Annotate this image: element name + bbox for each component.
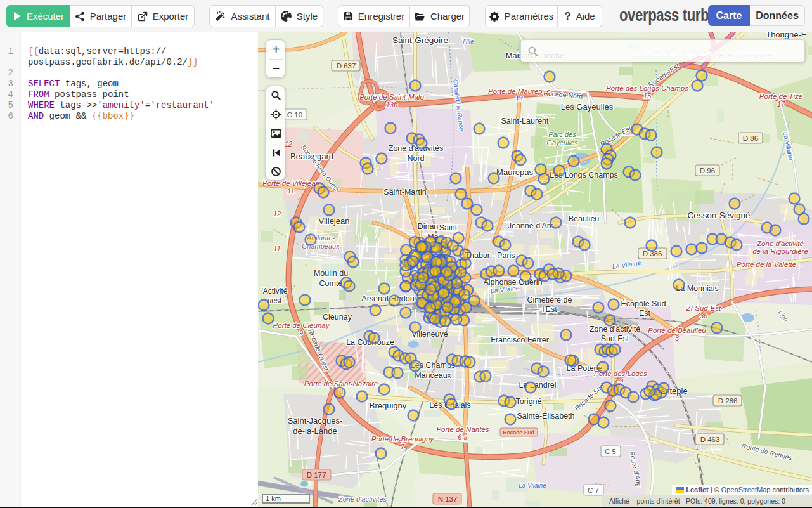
svg-text:Cimetière de: Cimetière de (527, 296, 572, 304)
svg-text:Zone d'activité: Zone d'activité (590, 325, 640, 334)
svg-text:D 177: D 177 (307, 471, 326, 479)
svg-text:Manceaux: Manceaux (415, 371, 451, 380)
svg-text:Porte de Nantes: Porte de Nantes (436, 426, 489, 433)
svg-text:Sainte-Élisabeth: Sainte-Élisabeth (517, 411, 574, 420)
svg-text:D 86: D 86 (743, 134, 758, 142)
svg-text:C 10: C 10 (287, 111, 302, 119)
svg-text:Villejean: Villejean (319, 216, 350, 226)
svg-text:Dinan: Dinan (418, 222, 439, 231)
svg-text:13b: 13b (386, 101, 397, 108)
svg-text:de-la-Lande: de-la-Lande (293, 426, 337, 436)
svg-text:Porte de Saint-Nazaire: Porte de Saint-Nazaire (304, 380, 378, 388)
svg-text:La Vilaine: La Vilaine (519, 482, 546, 489)
svg-text:Zone d'activité: Zone d'activité (756, 240, 804, 247)
svg-text:Porte de Bréquigny: Porte de Bréquigny (371, 435, 435, 443)
svg-text:Porte de la Valette: Porte de la Valette (737, 261, 796, 268)
svg-text:Saint: Saint (439, 223, 458, 232)
svg-text:Nord: Nord (407, 154, 424, 163)
svg-text:C 5: C 5 (605, 448, 616, 455)
svg-text:Saint-Jacques-: Saint-Jacques- (288, 416, 343, 426)
svg-text:l'Ille: l'Ille (463, 38, 474, 45)
svg-text:Parc des: Parc des (548, 131, 576, 138)
svg-text:Jeanne d'Arc: Jeanne d'Arc (508, 221, 554, 230)
svg-text:11: 11 (287, 187, 294, 195)
svg-text:Porte de Saint-Malo: Porte de Saint-Malo (359, 93, 424, 101)
svg-text:Les Gayeulles: Les Gayeulles (561, 102, 614, 112)
svg-text:3b: 3b (700, 312, 707, 320)
svg-text:11: 11 (273, 245, 280, 252)
svg-text:Comte: Comte (319, 279, 343, 288)
svg-text:9: 9 (299, 329, 303, 337)
svg-text:D 96: D 96 (700, 167, 715, 174)
svg-text:3: 3 (675, 334, 680, 342)
svg-text:12: 12 (273, 210, 281, 218)
svg-text:Beaulieu: Beaulieu (569, 214, 600, 223)
svg-text:Cesson-Sévigné: Cesson-Sévigné (687, 211, 750, 220)
svg-text:Maurepas: Maurepas (496, 167, 533, 177)
svg-text:17: 17 (777, 100, 785, 108)
svg-text:Est: Est (639, 309, 651, 318)
svg-text:D 286: D 286 (718, 397, 738, 405)
svg-text:Porte de Maurepas: Porte de Maurepas (488, 88, 550, 95)
svg-text:14: 14 (515, 95, 523, 103)
svg-text:Moulin du: Moulin du (314, 269, 348, 278)
svg-text:D 463: D 463 (700, 436, 720, 443)
svg-text:N 137: N 137 (438, 495, 458, 503)
svg-text:Zone d'activités: Zone d'activités (338, 495, 387, 503)
svg-text:7: 7 (401, 443, 405, 450)
svg-text:'Activité: 'Activité (262, 287, 288, 296)
svg-text:Bréquigny: Bréquigny (370, 401, 407, 410)
svg-text:de la Rigourdière: de la Rigourdière (752, 247, 808, 255)
svg-text:Gayeulles: Gayeulles (547, 139, 578, 147)
svg-text:Torigné: Torigné (516, 397, 542, 406)
svg-text:Rocade Sud: Rocade Sud (503, 429, 534, 436)
svg-text:Écopôle Sud-: Écopôle Sud- (621, 299, 668, 308)
svg-text:Cleunay: Cleunay (323, 313, 352, 322)
svg-text:D 637: D 637 (337, 62, 356, 70)
svg-text:ZI Sud-Est: ZI Sud-Est (686, 304, 721, 312)
svg-text:Thabor - Paris: Thabor - Paris (465, 251, 515, 260)
svg-text:Porte de Tizé: Porte de Tizé (759, 93, 802, 100)
svg-text:Porte des Longs Champs: Porte des Longs Champs (606, 84, 688, 92)
svg-text:Porte de Beaulieu: Porte de Beaulieu (648, 327, 706, 334)
svg-text:15: 15 (643, 92, 652, 100)
svg-text:Saint-Martin: Saint-Martin (383, 188, 426, 197)
svg-text:Sud-Est: Sud-Est (601, 334, 629, 343)
svg-text:Porte de Cleunay: Porte de Cleunay (273, 322, 330, 329)
svg-text:Francisco Ferrer: Francisco Ferrer (491, 335, 549, 344)
svg-text:C 7: C 7 (588, 486, 599, 494)
svg-text:Arsenal-Redon: Arsenal-Redon (361, 294, 414, 303)
svg-text:Saint-Laurent: Saint-Laurent (501, 117, 549, 126)
svg-text:6 a: 6 a (458, 433, 467, 441)
svg-text:Saint-Grégoire: Saint-Grégoire (392, 36, 448, 45)
svg-text:Thorigné-F: Thorigné-F (766, 32, 806, 39)
svg-text:l'Est: l'Est (542, 305, 557, 314)
svg-text:Le Landrel: Le Landrel (519, 381, 556, 389)
